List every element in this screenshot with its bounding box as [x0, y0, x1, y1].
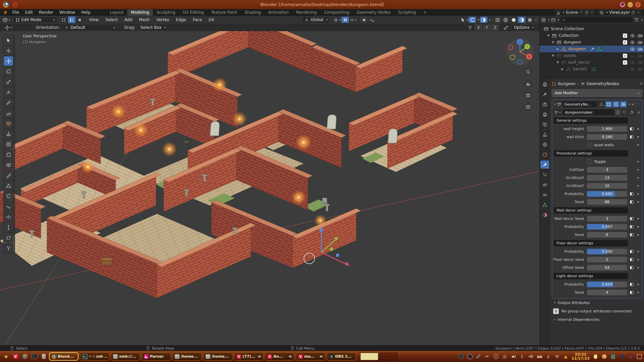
outliner-search-input[interactable]	[560, 17, 633, 22]
animate-dot[interactable]	[635, 177, 641, 179]
snap-base-icon[interactable]	[502, 24, 509, 31]
tool-edge-slide[interactable]	[4, 212, 13, 222]
quad-walls-checkbox[interactable]	[587, 142, 592, 147]
close-icon[interactable]: ×	[637, 10, 640, 15]
menu-view[interactable]: View	[86, 16, 102, 23]
pin-icon[interactable]	[579, 10, 583, 14]
options-dropdown[interactable]: Options ▾	[512, 24, 536, 31]
collapse-chevron-icon[interactable]: ▾	[554, 103, 556, 106]
tool-shrink-fatten[interactable]	[4, 223, 13, 232]
tool-inset-faces[interactable]	[4, 139, 13, 149]
menu-vertex[interactable]: Vertex	[153, 16, 172, 23]
unlink-icon[interactable]: ×	[636, 110, 641, 115]
input-attribute-icon[interactable]	[628, 282, 635, 287]
workspace-tab-geometry-nodes[interactable]: Geometry Nodes	[353, 9, 394, 16]
breadcrumb-object[interactable]: dungeon	[558, 81, 576, 86]
transform-orientation-selector[interactable]: Global ▾	[302, 16, 330, 23]
tab-particles[interactable]	[540, 171, 549, 179]
light-seed-field[interactable]: 4	[587, 290, 627, 295]
orientation-dropdown[interactable]: Default ▾	[62, 24, 117, 31]
input-attribute-icon[interactable]	[628, 257, 635, 262]
3d-viewport[interactable]: User Perspective (1) dungeon	[0, 31, 539, 345]
menu-render[interactable]: Render	[36, 9, 56, 16]
editor-type-button[interactable]: ▾	[3, 17, 10, 22]
tool-move[interactable]	[4, 56, 13, 66]
egg-timer-icon[interactable]	[593, 354, 598, 359]
menu-add[interactable]: Add	[121, 16, 135, 23]
section-floor-decor-settings[interactable]: Floor decor settings	[554, 240, 628, 246]
vertex-select-button[interactable]	[60, 16, 67, 23]
tab-output[interactable]	[540, 110, 549, 118]
menu-window[interactable]: Window	[56, 9, 78, 16]
users-count[interactable]: 2	[615, 109, 621, 115]
outliner-row-dungeon-collection[interactable]: ▼ dungeon ✓	[540, 39, 644, 46]
tab-object-data[interactable]	[540, 201, 549, 209]
camera-icon[interactable]	[638, 33, 643, 38]
input-attribute-icon[interactable]	[628, 232, 635, 238]
outliner-filter-object-icon[interactable]	[551, 17, 556, 22]
camera-view-icon[interactable]	[524, 91, 532, 100]
input-attribute-icon[interactable]	[628, 199, 635, 205]
workspace-tab-scripting[interactable]: Scripting	[394, 9, 420, 16]
drag-handle-icon[interactable]: ⋮⋮	[635, 103, 641, 106]
eye-icon[interactable]	[630, 33, 635, 38]
workspace-tab-modeling[interactable]: Modeling	[127, 9, 153, 16]
taskbar-task-blender[interactable]: Blend...	[49, 352, 78, 361]
tool-rip-region[interactable]	[4, 243, 13, 253]
taskbar-task-parsec[interactable]: ◣ Parsec	[142, 352, 171, 361]
eye-closed-icon[interactable]	[630, 53, 635, 58]
overlays-toggle-button[interactable]	[480, 17, 487, 23]
disclosure-triangle-icon[interactable]: ▼	[551, 54, 555, 57]
animate-dot[interactable]	[635, 267, 641, 268]
output-attributes-panel[interactable]: ▾ Output Attributes	[552, 299, 643, 307]
tab-render[interactable]	[540, 100, 549, 108]
animate-dot[interactable]	[635, 218, 641, 220]
animate-dot[interactable]	[635, 185, 641, 187]
stylus-tray-icon[interactable]: 🖉	[476, 354, 481, 359]
tool-knife[interactable]	[4, 171, 13, 180]
tab-object[interactable]	[540, 150, 549, 159]
edge-select-button[interactable]	[68, 16, 75, 23]
calculator-icon[interactable]	[610, 354, 616, 359]
exclude-checkbox[interactable]: ✓	[623, 54, 627, 58]
tablet-tray-icon[interactable]: ▦	[502, 354, 507, 359]
tool-scale[interactable]	[4, 77, 13, 86]
input-attribute-icon[interactable]	[628, 249, 635, 254]
outliner-row-scene-collection[interactable]: Scene Collection	[540, 25, 644, 32]
workspace-tab-animation[interactable]: Animation	[265, 9, 292, 16]
obs-tray-icon[interactable]	[467, 354, 473, 359]
remove-modifier-icon[interactable]: ×	[631, 102, 634, 107]
camera-off-icon[interactable]	[638, 53, 643, 58]
input-attribute-icon[interactable]	[628, 126, 635, 132]
animate-dot[interactable]	[635, 201, 641, 203]
badge-tray-icon[interactable]	[458, 354, 464, 359]
animate-dot[interactable]	[635, 259, 641, 260]
workspace-tab-sculpting[interactable]: Sculpting	[153, 9, 179, 16]
app-menu-star-icon[interactable]: ★	[2, 353, 10, 361]
animate-dot[interactable]	[635, 136, 641, 138]
drag-dropdown[interactable]: Select Box ▾	[138, 24, 168, 31]
chevron-down-icon[interactable]: ▾	[641, 18, 643, 21]
menu-mesh[interactable]: Mesh	[136, 16, 153, 23]
close-icon[interactable]: ×	[590, 10, 593, 15]
animate-dot[interactable]	[635, 161, 641, 163]
internal-dependencies-panel[interactable]: ▸ Internal Dependencies	[552, 315, 643, 323]
breadcrumb-modifier[interactable]: GeometryNodes	[587, 81, 619, 86]
book-app-icon[interactable]	[628, 354, 633, 359]
launcher-app-v-icon[interactable]: V	[11, 353, 19, 361]
proportional-falloff-button[interactable]	[368, 17, 376, 23]
animate-dot[interactable]	[635, 284, 641, 285]
animate-dot[interactable]	[635, 169, 641, 171]
animate-dot[interactable]	[635, 226, 641, 228]
shading-solid-button[interactable]	[510, 17, 517, 23]
outliner-row-dungeon-mesh[interactable]: ▶ dungeon	[540, 46, 644, 52]
gizmos-toggle-button[interactable]	[469, 17, 476, 23]
perspective-toggle-icon[interactable]	[524, 103, 532, 111]
tool-rotate[interactable]	[4, 67, 13, 76]
view-layer-selector[interactable]: ▾ ViewLayer ×	[597, 9, 642, 16]
disclosure-triangle-icon[interactable]: ▶	[556, 47, 560, 51]
tool-loop-cut[interactable]	[4, 160, 13, 170]
outliner-row-wall-decor[interactable]: ▼ wall_decor ✓	[540, 59, 644, 66]
tab-material[interactable]	[540, 211, 549, 219]
window-titlebar[interactable]: Blender [/home/amalie/Desktop/blender/du…	[0, 0, 644, 9]
